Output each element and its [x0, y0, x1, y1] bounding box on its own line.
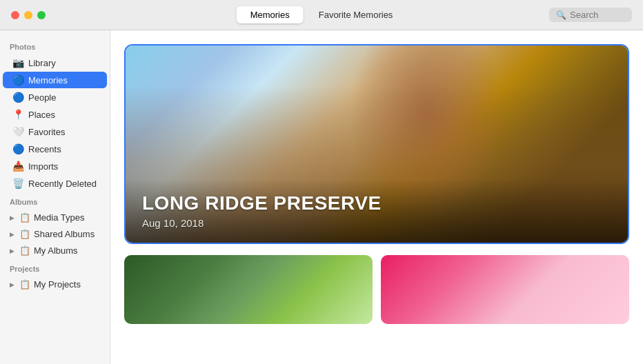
- memory-title: Long Ridge Preserve: [142, 193, 611, 214]
- sidebar-label-favorites: Favorites: [28, 127, 65, 137]
- chevron-icon: ▶: [10, 214, 14, 221]
- titlebar: Memories Favorite Memories 🔍: [0, 0, 643, 30]
- sidebar-item-my-projects[interactable]: ▶ 📋 My Projects: [3, 276, 107, 292]
- content-area: Long Ridge Preserve Aug 10, 2018: [110, 30, 643, 364]
- projects-section-label: Projects: [0, 259, 110, 276]
- sidebar-label-places: Places: [28, 110, 55, 120]
- thumbnails-row: [124, 255, 629, 331]
- sidebar-item-memories[interactable]: 🔵 Memories: [3, 72, 107, 88]
- sidebar-label-library: Library: [28, 58, 56, 68]
- thumbnail-2[interactable]: [381, 255, 629, 324]
- places-icon: 📍: [12, 109, 23, 120]
- sidebar: Photos 📷 Library 🔵 Memories 🔵 People 📍 P…: [0, 30, 110, 364]
- chevron-icon-albums: ▶: [10, 247, 14, 254]
- sidebar-label-shared-albums: Shared Albums: [34, 229, 95, 239]
- main-layout: Photos 📷 Library 🔵 Memories 🔵 People 📍 P…: [0, 30, 643, 364]
- sidebar-item-people[interactable]: 🔵 People: [3, 89, 107, 105]
- sidebar-item-shared-albums[interactable]: ▶ 📋 Shared Albums: [3, 226, 107, 242]
- search-icon: 🔍: [556, 10, 566, 20]
- window-controls: [11, 11, 46, 19]
- sidebar-label-my-projects: My Projects: [34, 279, 81, 290]
- sidebar-label-imports: Imports: [28, 161, 58, 172]
- trash-icon: 🗑️: [12, 178, 23, 189]
- chevron-icon-projects: ▶: [10, 281, 14, 288]
- sidebar-label-memories: Memories: [28, 75, 68, 85]
- search-input[interactable]: [570, 10, 625, 20]
- people-icon: 🔵: [12, 92, 23, 103]
- recents-icon: 🔵: [12, 143, 23, 154]
- albums-section-label: Albums: [0, 192, 110, 209]
- tab-favorite-memories[interactable]: Favorite Memories: [305, 6, 407, 23]
- my-projects-icon: 📋: [19, 279, 30, 290]
- close-button[interactable]: [11, 11, 19, 19]
- sidebar-label-my-albums: My Albums: [34, 245, 78, 256]
- photos-section-label: Photos: [0, 37, 110, 54]
- my-albums-icon: 📋: [19, 245, 30, 256]
- memory-main-overlay: Long Ridge Preserve Aug 10, 2018: [126, 179, 628, 243]
- search-box[interactable]: 🔍: [549, 8, 632, 22]
- sidebar-label-people: People: [28, 92, 56, 103]
- sidebar-item-recents[interactable]: 🔵 Recents: [3, 141, 107, 157]
- sidebar-item-media-types[interactable]: ▶ 📋 Media Types: [3, 210, 107, 225]
- tabs-container: Memories Favorite Memories: [237, 6, 407, 23]
- maximize-button[interactable]: [37, 11, 46, 19]
- memories-icon: 🔵: [12, 74, 23, 85]
- sidebar-label-recently-deleted: Recently Deleted: [28, 179, 97, 189]
- minimize-button[interactable]: [24, 11, 32, 19]
- library-icon: 📷: [12, 57, 23, 68]
- sidebar-item-imports[interactable]: 📥 Imports: [3, 158, 107, 174]
- sidebar-item-recently-deleted[interactable]: 🗑️ Recently Deleted: [3, 175, 107, 192]
- favorites-icon: 🤍: [12, 126, 23, 137]
- sidebar-label-media-types: Media Types: [34, 212, 84, 223]
- sidebar-item-library[interactable]: 📷 Library: [3, 54, 107, 71]
- thumbnail-1[interactable]: [124, 255, 373, 324]
- media-types-icon: 📋: [19, 212, 30, 223]
- sidebar-item-my-albums[interactable]: ▶ 📋 My Albums: [3, 243, 107, 259]
- sidebar-item-favorites[interactable]: 🤍 Favorites: [3, 123, 107, 140]
- shared-albums-icon: 📋: [19, 229, 30, 239]
- chevron-icon-shared: ▶: [10, 231, 14, 238]
- sidebar-item-places[interactable]: 📍 Places: [3, 106, 107, 123]
- tab-memories[interactable]: Memories: [237, 6, 304, 23]
- memory-main-card[interactable]: Long Ridge Preserve Aug 10, 2018: [124, 44, 629, 244]
- memory-date: Aug 10, 2018: [142, 217, 611, 229]
- imports-icon: 📥: [12, 161, 23, 172]
- sidebar-label-recents: Recents: [28, 144, 61, 154]
